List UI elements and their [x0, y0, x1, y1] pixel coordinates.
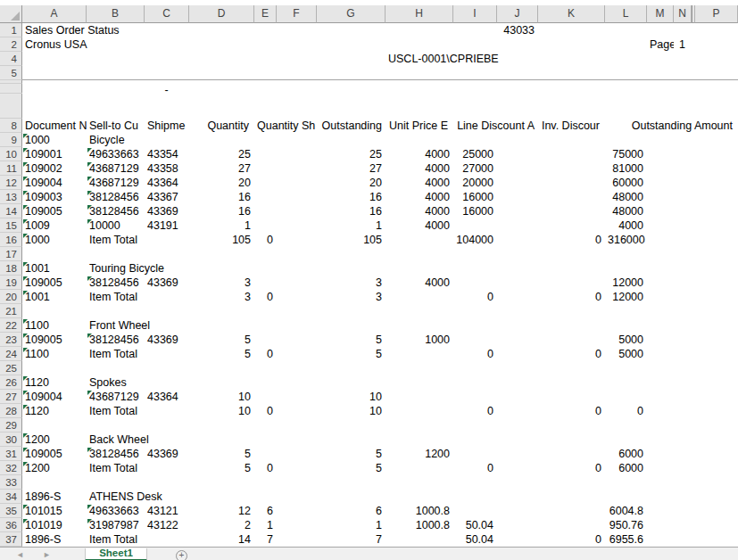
cell-G10[interactable]: 25	[317, 147, 386, 161]
column-header-L[interactable]: L	[605, 5, 647, 23]
cell-G24[interactable]: 5	[317, 347, 386, 361]
cell-D15[interactable]: 1	[189, 218, 254, 233]
column-header-G[interactable]: G	[317, 5, 386, 23]
tabs-scroll-right-icon[interactable]: ►	[43, 549, 51, 560]
row-header-15[interactable]: 15	[0, 218, 22, 233]
cell-D10[interactable]: 25	[189, 147, 254, 161]
column-header-F[interactable]: F	[277, 5, 317, 23]
cell-E35[interactable]: 6	[254, 504, 277, 518]
cell-H4[interactable]: USCL-0001\CPRIEBE	[386, 52, 453, 66]
row-header-28[interactable]: 28	[0, 404, 22, 418]
column-header-J[interactable]: J	[497, 5, 538, 23]
cell-I24[interactable]: 0	[453, 347, 497, 361]
cell-I16[interactable]: 104000	[453, 233, 497, 247]
cell-L15[interactable]: 4000	[605, 218, 647, 233]
cell-I32[interactable]: 0	[453, 461, 497, 475]
cell-G31[interactable]: 5	[317, 447, 386, 461]
cell-C19[interactable]: 43369	[145, 276, 189, 290]
row-header-12[interactable]: 12	[0, 176, 22, 190]
row-header-4[interactable]: 4	[0, 52, 22, 66]
cell-L16[interactable]: 316000	[605, 233, 647, 247]
cell-A37[interactable]: 1896-S	[22, 532, 87, 547]
row-header-34[interactable]: 34	[0, 490, 22, 504]
cell-G15[interactable]: 1	[317, 218, 386, 233]
row-header-23[interactable]: 23	[0, 333, 22, 347]
cell-I12[interactable]: 20000	[453, 176, 497, 190]
cell-J1[interactable]: 43033	[497, 23, 538, 37]
cell-L12[interactable]: 60000	[605, 176, 647, 190]
cell-A10[interactable]: 109001	[22, 147, 87, 161]
cell-B13[interactable]: 38128456	[87, 190, 145, 204]
cell-C13[interactable]: 43367	[145, 190, 189, 204]
cell-G16[interactable]: 105	[317, 233, 386, 247]
cell-G32[interactable]: 5	[317, 461, 386, 475]
row-header-8[interactable]: 8	[0, 119, 22, 133]
cell-L11[interactable]: 81000	[605, 161, 647, 176]
column-header-P[interactable]: P	[695, 5, 738, 23]
cell-C14[interactable]: 43369	[145, 204, 189, 218]
cell-A31[interactable]: 109005	[22, 447, 87, 461]
cell-A13[interactable]: 109003	[22, 190, 87, 204]
cell-B15[interactable]: 10000	[87, 218, 145, 233]
cell-A18[interactable]: 1001	[22, 261, 87, 276]
row-header-25[interactable]: 25	[0, 361, 22, 375]
cell-N2[interactable]: 1	[674, 37, 692, 52]
cell-E28[interactable]: 0	[254, 404, 277, 418]
cell-B19[interactable]: 38128456	[87, 276, 145, 290]
cell-B37[interactable]: Item Total	[87, 532, 145, 547]
cell-B24[interactable]: Item Total	[87, 347, 145, 361]
cell-D14[interactable]: 16	[189, 204, 254, 218]
cell-D24[interactable]: 5	[189, 347, 254, 361]
column-header-E[interactable]: E	[254, 5, 277, 23]
cell-D27[interactable]: 10	[189, 390, 254, 404]
cell-B35[interactable]: 49633663	[87, 504, 145, 518]
column-header-N[interactable]: N	[674, 5, 692, 23]
cell-A32[interactable]: 1200	[22, 461, 87, 475]
column-header-C[interactable]: C	[145, 5, 189, 23]
row-header-31[interactable]: 31	[0, 447, 22, 461]
cell-B11[interactable]: 43687129	[87, 161, 145, 176]
cell-D13[interactable]: 16	[189, 190, 254, 204]
cell-L10[interactable]: 75000	[605, 147, 647, 161]
cell-A23[interactable]: 109005	[22, 333, 87, 347]
cell-H35[interactable]: 1000.8	[386, 504, 453, 518]
cell-I20[interactable]: 0	[453, 290, 497, 304]
cell-A12[interactable]: 109004	[22, 176, 87, 190]
cell-L13[interactable]: 48000	[605, 190, 647, 204]
cell-B36[interactable]: 31987987	[87, 518, 145, 532]
cell-G12[interactable]: 20	[317, 176, 386, 190]
cell-K8[interactable]: Inv. Discour	[538, 119, 603, 133]
cell-A28[interactable]: 1120	[22, 404, 87, 418]
row-header-29[interactable]: 29	[0, 418, 22, 432]
row-header-18[interactable]: 18	[0, 261, 22, 276]
cell-B28[interactable]: Item Total	[87, 404, 145, 418]
cell-D20[interactable]: 3	[189, 290, 254, 304]
cell-A8[interactable]: Document N	[22, 119, 87, 133]
cell-E32[interactable]: 0	[254, 461, 277, 475]
cell-C35[interactable]: 43121	[145, 504, 189, 518]
cell-B8[interactable]: Sell-to Cu	[87, 119, 144, 133]
cell-B10[interactable]: 49633663	[87, 147, 145, 161]
cell-C10[interactable]: 43354	[145, 147, 189, 161]
cell-G14[interactable]: 16	[317, 204, 386, 218]
cell-E37[interactable]: 7	[254, 532, 277, 547]
cell-A2[interactable]: Cronus USA	[22, 37, 87, 52]
cell-I13[interactable]: 16000	[453, 190, 497, 204]
cell-H19[interactable]: 4000	[386, 276, 453, 290]
sheet-tab-sheet1[interactable]: Sheet1	[85, 548, 147, 560]
cell-B9[interactable]: Bicycle	[87, 133, 145, 147]
cell-B22[interactable]: Front Wheel	[87, 318, 145, 333]
row-header-26[interactable]: 26	[0, 375, 22, 390]
row-header-32[interactable]: 32	[0, 461, 22, 475]
cell-L37[interactable]: 6955.6	[605, 532, 647, 547]
cell-C7[interactable]: -	[145, 84, 189, 119]
cell-A9[interactable]: 1000	[22, 133, 87, 147]
column-header-M[interactable]: M	[647, 5, 674, 23]
cell-B23[interactable]: 38128456	[87, 333, 145, 347]
row-header-17[interactable]: 17	[0, 247, 22, 261]
cell-D19[interactable]: 3	[189, 276, 254, 290]
cell-I8[interactable]: Line Discount A	[453, 119, 538, 133]
column-header-H[interactable]: H	[386, 5, 453, 23]
cell-C27[interactable]: 43364	[145, 390, 189, 404]
cell-E8[interactable]: Quantity Sh	[254, 119, 317, 133]
